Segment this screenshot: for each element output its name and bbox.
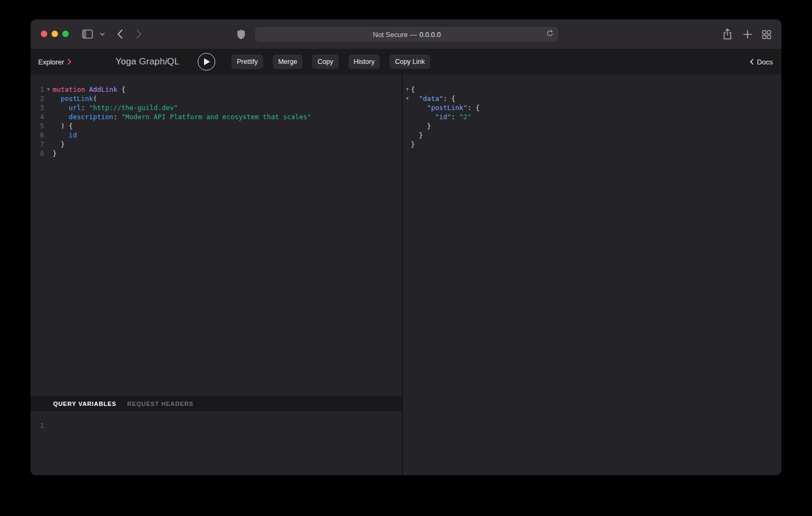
tab-query-variables[interactable]: QUERY VARIABLES xyxy=(53,401,117,407)
code-line: "postLink": { xyxy=(404,103,781,112)
code-line: "id": "2" xyxy=(404,112,781,121)
workspace: 1▾mutation AddLink {2 postLink(3 url: "h… xyxy=(31,74,781,475)
share-icon[interactable] xyxy=(722,28,733,40)
line-number: 7 xyxy=(31,140,44,149)
line-number: 2 xyxy=(31,94,44,103)
code-line: } xyxy=(404,121,781,130)
app-title: Yoga GraphiQL xyxy=(115,56,179,67)
fold-spacer xyxy=(404,121,411,130)
code-text: mutation AddLink { xyxy=(53,85,126,94)
line-number: 5 xyxy=(31,121,44,130)
minimize-button[interactable] xyxy=(52,31,58,37)
security-label: Not Secure — xyxy=(373,31,417,39)
shield-icon[interactable] xyxy=(237,29,245,40)
close-button[interactable] xyxy=(41,31,47,37)
back-icon[interactable] xyxy=(117,29,123,39)
code-text: "id": "2" xyxy=(411,112,472,121)
fold-spacer xyxy=(44,112,53,121)
code-line: ▾ "data": { xyxy=(404,94,781,103)
line-number: 1 xyxy=(31,421,44,430)
forward-icon[interactable] xyxy=(136,29,142,39)
fold-spacer xyxy=(404,103,411,112)
code-text: "postLink": { xyxy=(411,103,480,112)
code-line: 7 } xyxy=(31,140,402,149)
docs-label: Docs xyxy=(757,57,773,66)
fold-spacer xyxy=(44,103,53,112)
line-number: 6 xyxy=(31,130,44,140)
merge-button[interactable]: Merge xyxy=(273,54,302,69)
prettify-button[interactable]: Prettify xyxy=(231,54,263,69)
url-host: 0.0.0.0 xyxy=(419,31,441,39)
response-viewer[interactable]: ▾{▾ "data": { "postLink": { "id": "2" } … xyxy=(403,74,781,149)
copy-link-button[interactable]: Copy Link xyxy=(389,54,430,69)
fold-spacer xyxy=(44,121,53,130)
browser-window: Not Secure — 0.0.0.0 Explorer Yoga Graph… xyxy=(31,19,781,475)
code-text: url: "http://the-guild.dev" xyxy=(53,103,178,112)
explorer-label: Explorer xyxy=(38,57,64,66)
fold-spacer xyxy=(404,140,411,149)
code-text: } xyxy=(411,121,431,130)
code-line: 8} xyxy=(31,149,402,158)
fold-spacer xyxy=(404,112,411,121)
code-line: 6 id xyxy=(31,130,402,140)
code-line: 1▾mutation AddLink { xyxy=(31,85,402,94)
fold-arrow-icon[interactable]: ▾ xyxy=(44,85,53,94)
history-button[interactable]: History xyxy=(349,54,380,69)
code-line: } xyxy=(404,130,781,140)
fold-spacer xyxy=(44,130,53,140)
play-icon xyxy=(204,57,211,66)
line-number: 4 xyxy=(31,112,44,121)
execute-query-button[interactable] xyxy=(198,53,215,70)
code-text: } xyxy=(411,140,415,149)
variables-tabbar: QUERY VARIABLESREQUEST HEADERS xyxy=(31,396,402,411)
zoom-button[interactable] xyxy=(62,31,69,37)
code-line: 1 xyxy=(31,421,402,430)
code-line: ▾{ xyxy=(404,85,781,94)
code-text: } xyxy=(411,130,423,140)
query-pane: 1▾mutation AddLink {2 postLink(3 url: "h… xyxy=(31,74,402,475)
fold-spacer xyxy=(44,421,53,430)
reload-icon[interactable] xyxy=(546,30,554,39)
fold-spacer xyxy=(404,130,411,140)
docs-toggle[interactable]: Docs xyxy=(750,57,773,66)
sidebar-icon[interactable] xyxy=(82,30,93,39)
code-line: } xyxy=(404,140,781,149)
code-text: "data": { xyxy=(411,94,455,103)
code-line: 4 description: "Modern API Platform and … xyxy=(31,112,402,121)
graphiql-toolbar: Explorer Yoga GraphiQL PrettifyMergeCopy… xyxy=(31,49,781,74)
response-pane: ▾{▾ "data": { "postLink": { "id": "2" } … xyxy=(403,74,781,475)
code-text: postLink( xyxy=(53,94,97,103)
code-line: 3 url: "http://the-guild.dev" xyxy=(31,103,402,112)
variables-editor[interactable]: 1 xyxy=(31,411,402,475)
line-number: 8 xyxy=(31,149,44,158)
code-text: ) { xyxy=(53,121,73,130)
chevron-down-icon[interactable] xyxy=(100,33,105,36)
line-number: 1 xyxy=(31,85,44,94)
line-number: 3 xyxy=(31,103,44,112)
tab-request-headers[interactable]: REQUEST HEADERS xyxy=(127,401,194,407)
code-line: 2 postLink( xyxy=(31,94,402,103)
code-text: } xyxy=(53,149,57,158)
code-line: 5 ) { xyxy=(31,121,402,130)
fold-spacer xyxy=(44,94,53,103)
fold-spacer xyxy=(44,140,53,149)
gql-toolbar-buttons: PrettifyMergeCopyHistoryCopy Link xyxy=(231,54,430,69)
fold-spacer xyxy=(44,149,53,158)
browser-chrome: Not Secure — 0.0.0.0 xyxy=(31,19,781,49)
fold-arrow-icon[interactable]: ▾ xyxy=(404,94,411,103)
explorer-toggle[interactable]: Explorer xyxy=(38,57,71,66)
tab-overview-icon[interactable] xyxy=(762,30,771,39)
docs-chevron-icon xyxy=(750,59,753,64)
fold-arrow-icon[interactable]: ▾ xyxy=(404,85,411,94)
code-text: { xyxy=(411,85,415,94)
address-bar[interactable]: Not Secure — 0.0.0.0 xyxy=(255,27,559,42)
code-text: id xyxy=(53,130,77,140)
copy-button[interactable]: Copy xyxy=(312,54,338,69)
query-editor[interactable]: 1▾mutation AddLink {2 postLink(3 url: "h… xyxy=(31,74,402,396)
code-text: description: "Modern API Platform and ec… xyxy=(53,112,311,121)
new-tab-icon[interactable] xyxy=(743,30,752,39)
code-text: } xyxy=(53,140,65,149)
explorer-chevron-icon xyxy=(68,59,71,64)
